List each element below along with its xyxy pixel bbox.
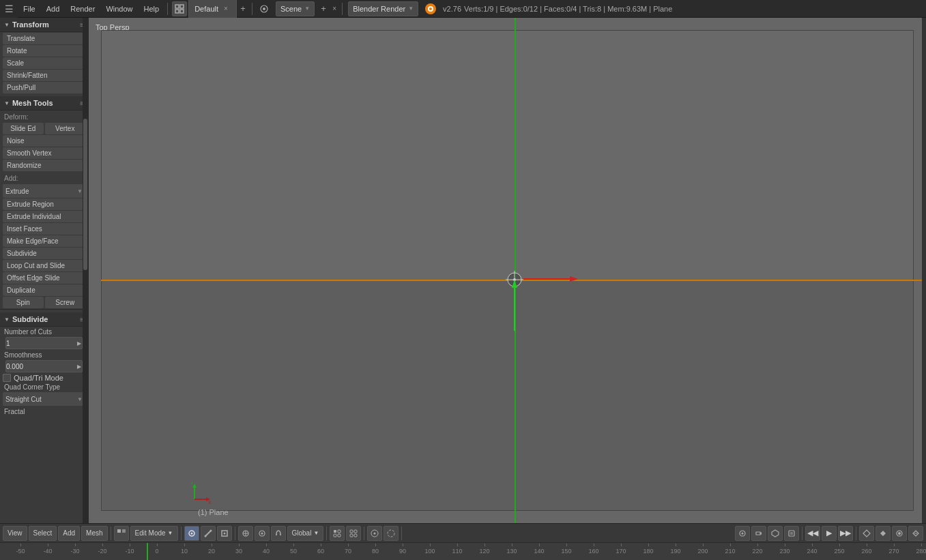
scene-add-btn[interactable]: + [317, 3, 330, 15]
menu-render[interactable]: Render [65, 0, 100, 18]
divider-3 [342, 3, 343, 15]
ruler-mark: -50 [7, 544, 34, 555]
inset-faces-btn[interactable]: Inset Faces [3, 223, 85, 235]
menu-add[interactable]: Add [41, 0, 66, 18]
extrude-region-btn[interactable]: Extrude Region [3, 198, 85, 210]
svg-marker-52 [772, 530, 779, 537]
render-btn-4[interactable] [784, 526, 799, 541]
smooth-arrow[interactable]: ▶ [76, 364, 82, 370]
keyframe-btn-1[interactable] [859, 526, 874, 541]
keyframe-btn-4[interactable] [908, 526, 923, 541]
ruler-mark: 240 [798, 544, 826, 555]
subdivide-panel-header[interactable]: ▼ Subdivide ≡ [0, 312, 88, 327]
ruler-mark: -40 [34, 544, 61, 555]
scale-btn[interactable]: Scale [3, 57, 85, 69]
number-of-cuts-input[interactable]: 1 ▶ [5, 337, 83, 349]
scene-close-btn[interactable]: × [330, 4, 339, 14]
timeline-btn-2[interactable]: ▶ [822, 526, 837, 541]
extrude-dropdown[interactable]: Extrude ▼ [3, 184, 85, 198]
ruler-mark: -20 [89, 544, 116, 555]
layer-btn-2[interactable] [346, 526, 361, 541]
randomize-btn[interactable]: Randomize [3, 160, 85, 171]
menu-help[interactable]: Help [139, 0, 165, 18]
layer-btn-1[interactable] [330, 526, 345, 541]
coordinate-system-btn[interactable]: Global ▼ [287, 526, 324, 541]
ruler-mark: -30 [61, 544, 89, 555]
render-engine-selector[interactable]: Blender Render ▼ [348, 1, 418, 16]
mode-icon-btn[interactable] [114, 526, 129, 541]
spin-btn[interactable]: Spin [3, 297, 44, 308]
timeline-btn-3[interactable]: ▶▶ [838, 526, 853, 541]
number-of-cuts-value: 1 [6, 340, 10, 347]
frame-ruler[interactable]: -50 -40 -30 -20 -10 0 10 20 30 40 50 60 … [0, 542, 926, 560]
select-menu-btn[interactable]: Select [29, 526, 57, 541]
svg-marker-56 [863, 530, 870, 537]
render-btn-2[interactable] [751, 526, 766, 541]
subdivide-btn[interactable]: Subdivide [3, 248, 85, 259]
render-engine-arrow: ▼ [408, 5, 414, 12]
scene-selector[interactable]: Scene ▼ [276, 1, 315, 16]
deform-label: Deform: [0, 110, 88, 122]
duplicate-btn[interactable]: Duplicate [3, 284, 85, 296]
proportional-edit-btn[interactable] [367, 526, 382, 541]
keyframe-btn-3[interactable] [892, 526, 907, 541]
svg-rect-39 [334, 530, 336, 533]
snap-btn[interactable] [255, 526, 270, 541]
workspace-add-btn[interactable]: + [237, 3, 249, 15]
extrude-individual-btn[interactable]: Extrude Individual [3, 211, 85, 222]
stats-info: Verts:1/9 | Edges:0/12 | Faces:0/4 | Tri… [464, 5, 672, 13]
noise-btn[interactable]: Noise [3, 135, 85, 147]
smoothness-input[interactable]: 0.000 ▶ [5, 360, 83, 372]
svg-rect-43 [350, 530, 353, 533]
ruler-mark: 20 [198, 544, 225, 555]
shrink-fatten-btn[interactable]: Shrink/Fatten [3, 70, 85, 81]
edge-select-btn[interactable] [201, 526, 216, 541]
push-pull-btn[interactable]: Push/Pull [3, 82, 85, 93]
svg-rect-3 [180, 10, 184, 13]
timeline-btn-1[interactable]: ◀◀ [805, 526, 820, 541]
workspace-tab-close[interactable]: × [221, 4, 231, 14]
straight-cut-dropdown[interactable]: Straight Cut ▼ [3, 392, 85, 406]
vertex-select-btn[interactable] [184, 526, 199, 541]
extrude-arrow: ▼ [77, 188, 83, 194]
scene-container [89, 18, 926, 523]
proportional-mode-btn[interactable] [384, 526, 399, 541]
cuts-inc-arrow[interactable]: ▶ [76, 340, 82, 347]
toolbar-sep-5 [364, 527, 364, 540]
sidebar-scrollbar[interactable] [83, 18, 88, 523]
make-edge-face-btn[interactable]: Make Edge/Face [3, 235, 85, 247]
rotate-btn[interactable]: Rotate [3, 45, 85, 57]
workspace-layout-icon[interactable] [172, 1, 187, 16]
quad-tri-checkbox[interactable] [3, 374, 11, 382]
pivot-btn[interactable] [238, 526, 253, 541]
view-menu-btn[interactable]: View [3, 526, 27, 541]
mesh-menu-btn[interactable]: Mesh [81, 526, 107, 541]
add-menu-btn[interactable]: Add [58, 526, 80, 541]
magnet-btn[interactable] [271, 526, 286, 541]
render-btns: ◀◀ ▶ ▶▶ [735, 526, 923, 541]
menu-file[interactable]: File [18, 0, 41, 18]
face-select-btn[interactable] [217, 526, 232, 541]
loop-cut-slide-btn[interactable]: Loop Cut and Slide [3, 260, 85, 271]
viewport-3d[interactable]: Top Persp [89, 18, 926, 523]
workspace-tab-default[interactable]: Default × [188, 0, 237, 18]
slide-ed-btn[interactable]: Slide Ed [3, 123, 44, 134]
vertex-btn[interactable]: Vertex [45, 123, 86, 134]
ruler-marks: -50 -40 -30 -20 -10 0 10 20 30 40 50 60 … [7, 544, 926, 555]
right-resize-handle[interactable] [922, 18, 926, 523]
transform-panel-header[interactable]: ▼ Transform ≡ [0, 18, 88, 32]
keyframe-btn-2[interactable] [876, 526, 891, 541]
svg-rect-42 [338, 534, 341, 537]
menu-window[interactable]: Window [100, 0, 138, 18]
render-btn-3[interactable] [768, 526, 783, 541]
toolbar-sep-3 [235, 527, 235, 540]
translate-btn[interactable]: Translate [3, 33, 85, 44]
sidebar-scroll-thumb[interactable] [83, 119, 87, 270]
edit-mode-selector[interactable]: Edit Mode ▼ [130, 526, 178, 541]
screw-btn[interactable]: Screw [45, 297, 86, 308]
svg-marker-57 [880, 531, 886, 536]
mesh-tools-panel-header[interactable]: ▼ Mesh Tools ≡ [0, 96, 88, 110]
render-btn-1[interactable] [735, 526, 750, 541]
smooth-vertex-btn[interactable]: Smooth Vertex [3, 147, 85, 159]
offset-edge-slide-btn[interactable]: Offset Edge Slide [3, 272, 85, 284]
